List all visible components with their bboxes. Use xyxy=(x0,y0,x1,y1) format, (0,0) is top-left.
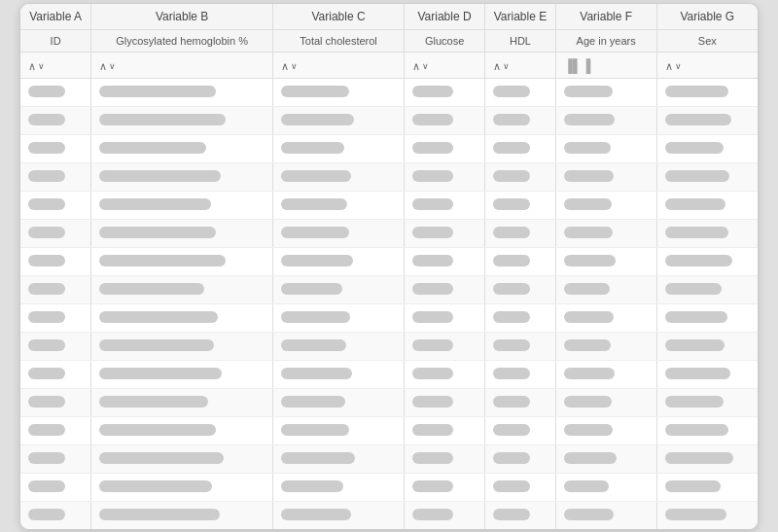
data-cell-g xyxy=(665,311,727,323)
data-cell-e xyxy=(493,480,530,492)
data-cell-f xyxy=(564,86,613,97)
column-label-a: ID xyxy=(20,29,91,52)
sort-button-c[interactable]: ∧∨ xyxy=(281,60,298,73)
sort-button-g[interactable]: ∧∨ xyxy=(665,60,682,73)
data-cell-g xyxy=(665,283,722,295)
variable-label-g: Variable G xyxy=(656,4,758,30)
data-cell-c xyxy=(281,114,354,125)
data-cell-g xyxy=(665,424,728,436)
table-row xyxy=(20,360,758,388)
data-cell-e xyxy=(493,170,530,182)
sort-button-a[interactable]: ∧∨ xyxy=(28,60,45,73)
data-cell-b xyxy=(99,227,216,238)
data-cell-b xyxy=(99,114,226,125)
data-cell-e xyxy=(493,311,530,323)
data-cell-a xyxy=(28,170,65,182)
data-cell-f xyxy=(564,480,609,492)
data-cell-e xyxy=(493,86,530,97)
data-cell-d xyxy=(412,396,453,408)
data-cell-a xyxy=(28,114,65,125)
data-cell-b xyxy=(99,86,216,97)
data-cell-a xyxy=(28,509,65,520)
data-cell-e xyxy=(493,227,530,238)
column-label-f: Age in years xyxy=(555,29,656,52)
table-row xyxy=(20,388,758,416)
column-label-c: Total cholesterol xyxy=(273,29,405,52)
data-cell-c xyxy=(281,480,343,492)
data-cell-g xyxy=(665,368,730,379)
data-cell-e xyxy=(493,424,530,436)
data-cell-d xyxy=(412,339,453,351)
data-cell-b xyxy=(99,255,226,266)
data-cell-f xyxy=(564,509,614,520)
data-cell-b xyxy=(99,170,221,182)
data-cell-c xyxy=(281,368,352,379)
data-cell-e xyxy=(493,114,530,125)
data-cell-f xyxy=(564,424,613,436)
table-row xyxy=(20,247,758,275)
main-table: Variable AVariable BVariable CVariable D… xyxy=(20,4,758,529)
data-cell-g xyxy=(665,227,728,238)
data-cell-e xyxy=(493,198,530,210)
data-cell-g xyxy=(665,114,731,125)
data-cell-e xyxy=(493,396,530,408)
data-cell-b xyxy=(99,339,214,351)
data-cell-d xyxy=(412,283,453,295)
data-cell-c xyxy=(281,86,349,97)
sort-button-d[interactable]: ∧∨ xyxy=(412,60,429,73)
data-cell-f xyxy=(564,255,616,266)
data-cell-a xyxy=(28,142,65,154)
data-cell-c xyxy=(281,227,349,238)
variable-label-c: Variable C xyxy=(273,4,405,30)
sort-icon-c: ∧ xyxy=(281,60,289,73)
data-cell-b xyxy=(99,368,222,379)
variable-label-d: Variable D xyxy=(405,4,485,30)
data-cell-g xyxy=(665,255,732,266)
variable-label-b: Variable B xyxy=(91,4,273,30)
data-cell-c xyxy=(281,339,346,351)
column-label-b: Glycosylated hemoglobin % xyxy=(91,29,273,52)
data-cell-b xyxy=(99,311,218,323)
data-cell-c xyxy=(281,170,351,182)
sort-button-f[interactable]: ▐▌▐ xyxy=(564,58,591,73)
table-row xyxy=(20,303,758,332)
data-cell-f xyxy=(564,311,614,323)
data-cell-f xyxy=(564,114,615,125)
data-cell-e xyxy=(493,509,530,520)
data-cell-g xyxy=(665,480,721,492)
data-cell-c xyxy=(281,283,342,295)
table-row xyxy=(20,416,758,444)
data-cell-c xyxy=(281,142,344,154)
data-cell-a xyxy=(28,255,65,266)
data-cell-f xyxy=(564,283,610,295)
data-table: Variable AVariable BVariable CVariable D… xyxy=(19,3,759,530)
data-cell-d xyxy=(412,424,453,436)
data-cell-a xyxy=(28,339,65,351)
data-cell-d xyxy=(412,198,453,210)
data-cell-a xyxy=(28,480,65,492)
data-cell-a xyxy=(28,311,65,323)
table-row xyxy=(20,134,758,162)
sort-icon-d: ∧ xyxy=(412,60,420,73)
data-cell-f xyxy=(564,339,611,351)
chevron-icon-e: ∨ xyxy=(503,61,510,71)
data-cell-d xyxy=(412,255,453,266)
variable-label-e: Variable E xyxy=(485,4,556,30)
sort-button-b[interactable]: ∧∨ xyxy=(99,60,116,73)
data-cell-c xyxy=(281,396,345,408)
data-cell-g xyxy=(665,86,728,97)
sort-icon-g: ∧ xyxy=(665,60,673,73)
variable-label-f: Variable F xyxy=(555,4,656,30)
chevron-icon-d: ∨ xyxy=(422,61,429,71)
data-cell-g xyxy=(665,396,724,408)
sort-button-e[interactable]: ∧∨ xyxy=(493,60,510,73)
data-cell-a xyxy=(28,424,65,436)
table-row xyxy=(20,78,758,106)
data-cell-g xyxy=(665,509,726,520)
data-cell-f xyxy=(564,368,615,379)
data-cell-e xyxy=(493,368,530,379)
data-cell-b xyxy=(99,452,224,464)
data-cell-c xyxy=(281,255,353,266)
column-label-d: Glucose xyxy=(405,29,485,52)
data-cell-c xyxy=(281,452,355,464)
